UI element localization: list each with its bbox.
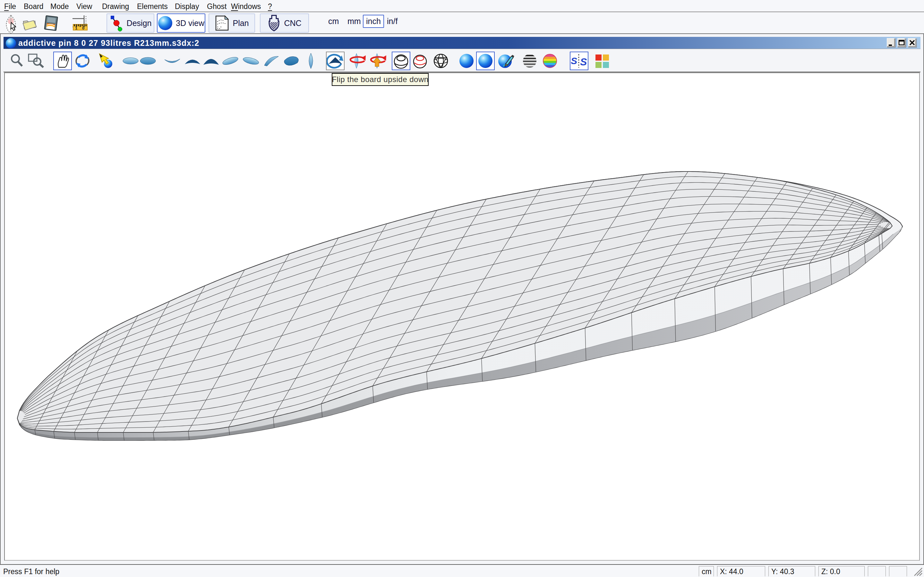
- svg-text:S: S: [580, 56, 587, 68]
- svg-text:0: 0: [82, 26, 84, 31]
- svg-text:1: 1: [75, 26, 78, 31]
- svg-text:S: S: [571, 55, 577, 66]
